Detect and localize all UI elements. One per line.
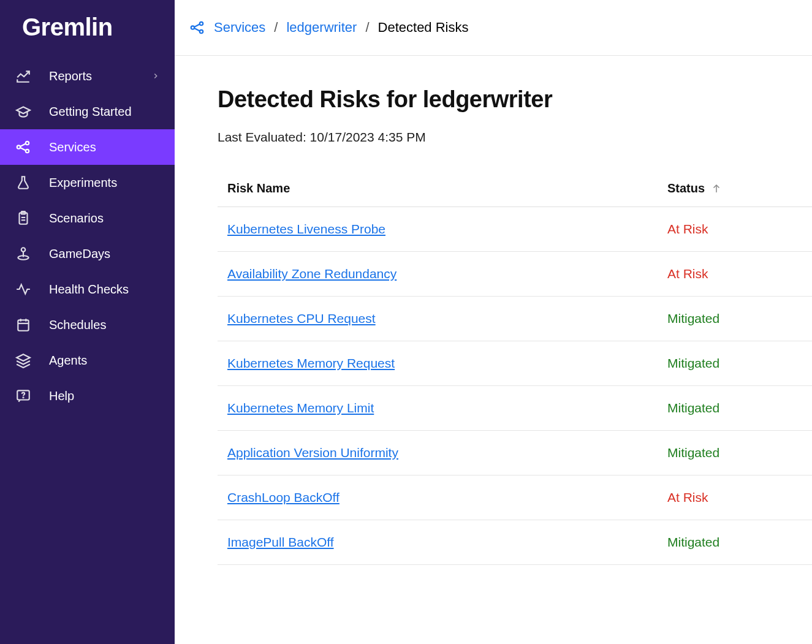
column-header-status-label: Status xyxy=(667,181,705,195)
table-row: Kubernetes Memory RequestMitigated xyxy=(218,341,812,386)
breadcrumb-separator: / xyxy=(365,20,369,36)
sidebar-item-label: Getting Started xyxy=(49,105,132,119)
page-title: Detected Risks for ledgerwriter xyxy=(218,86,812,113)
table-row: Availability Zone RedundancyAt Risk xyxy=(218,252,812,297)
last-evaluated: Last Evaluated: 10/17/2023 4:35 PM xyxy=(218,130,812,145)
sidebar-item-label: Help xyxy=(49,389,74,403)
joystick-icon xyxy=(15,245,32,262)
sidebar-item-label: Health Checks xyxy=(49,282,129,297)
risk-name-cell: Kubernetes CPU Request xyxy=(227,311,667,326)
risk-link[interactable]: ImagePull BackOff xyxy=(227,535,334,549)
status-badge: Mitigated xyxy=(667,535,802,550)
help-icon xyxy=(15,387,32,404)
network-icon xyxy=(189,20,205,36)
svg-line-22 xyxy=(194,25,200,27)
status-badge: Mitigated xyxy=(667,356,802,371)
table-header: Risk Name Status xyxy=(218,170,812,207)
column-header-name[interactable]: Risk Name xyxy=(227,181,667,195)
table-row: Kubernetes Memory LimitMitigated xyxy=(218,386,812,431)
status-badge: At Risk xyxy=(667,490,802,505)
sidebar-item-label: GameDays xyxy=(49,247,110,261)
sidebar-item-label: Schedules xyxy=(49,318,106,332)
content-area: Detected Risks for ledgerwriter Last Eva… xyxy=(175,56,812,565)
sidebar-item-scenarios[interactable]: Scenarios xyxy=(0,200,175,236)
status-badge: Mitigated xyxy=(667,311,802,326)
svg-line-4 xyxy=(20,148,26,150)
svg-line-23 xyxy=(194,28,200,31)
sidebar-item-label: Agents xyxy=(49,354,87,368)
risk-link[interactable]: Kubernetes Liveness Probe xyxy=(227,222,385,236)
svg-rect-12 xyxy=(18,320,28,330)
sidebar-item-health-checks[interactable]: Health Checks xyxy=(0,271,175,307)
table-row: ImagePull BackOffMitigated xyxy=(218,520,812,565)
column-header-status[interactable]: Status xyxy=(667,181,802,195)
flask-icon xyxy=(15,174,32,191)
svg-marker-16 xyxy=(17,354,30,361)
svg-point-18 xyxy=(23,397,23,398)
svg-point-1 xyxy=(26,142,29,145)
sidebar-item-label: Scenarios xyxy=(49,211,104,225)
sidebar-item-schedules[interactable]: Schedules xyxy=(0,307,175,343)
status-badge: At Risk xyxy=(667,222,802,237)
sidebar-item-help[interactable]: Help xyxy=(0,378,175,414)
status-badge: Mitigated xyxy=(667,401,802,415)
sidebar-item-label: Reports xyxy=(49,69,92,83)
status-badge: Mitigated xyxy=(667,445,802,460)
sidebar-item-gamedays[interactable]: GameDays xyxy=(0,236,175,271)
risk-name-cell: Application Version Uniformity xyxy=(227,445,667,460)
sidebar-item-getting-started[interactable]: Getting Started xyxy=(0,94,175,129)
chevron-right-icon xyxy=(151,69,160,83)
table-row: Kubernetes Liveness ProbeAt Risk xyxy=(218,207,812,252)
sidebar-item-agents[interactable]: Agents xyxy=(0,343,175,378)
status-badge: At Risk xyxy=(667,267,802,281)
table-body: Kubernetes Liveness ProbeAt RiskAvailabi… xyxy=(218,207,812,565)
breadcrumb-separator: / xyxy=(274,20,278,36)
risk-link[interactable]: Kubernetes Memory Limit xyxy=(227,401,374,415)
network-icon xyxy=(15,138,32,156)
sort-arrow-up-icon xyxy=(711,183,722,194)
nav-list: ReportsGetting StartedServicesExperiment… xyxy=(0,58,175,414)
svg-point-19 xyxy=(191,26,194,29)
breadcrumb-services[interactable]: Services xyxy=(214,20,265,36)
risk-name-cell: Availability Zone Redundancy xyxy=(227,267,667,281)
logo: Gremlin xyxy=(0,13,175,58)
sidebar-item-reports[interactable]: Reports xyxy=(0,58,175,94)
layers-icon xyxy=(15,352,32,369)
chart-line-icon xyxy=(15,67,32,85)
risk-link[interactable]: CrashLoop BackOff xyxy=(227,490,340,504)
table-row: Kubernetes CPU RequestMitigated xyxy=(218,297,812,341)
risk-link[interactable]: Kubernetes Memory Request xyxy=(227,356,395,370)
main-content: Services / ledgerwriter / Detected Risks… xyxy=(175,0,812,644)
clipboard-icon xyxy=(15,210,32,227)
breadcrumb-service[interactable]: ledgerwriter xyxy=(286,20,357,36)
breadcrumb: Services / ledgerwriter / Detected Risks xyxy=(175,0,812,56)
table-row: CrashLoop BackOffAt Risk xyxy=(218,475,812,520)
sidebar-item-label: Services xyxy=(49,140,96,154)
sidebar-item-label: Experiments xyxy=(49,176,117,190)
svg-point-0 xyxy=(17,145,20,148)
risks-table: Risk Name Status Kubernetes Liveness Pro… xyxy=(218,170,812,565)
calendar-icon xyxy=(15,316,32,333)
risk-link[interactable]: Kubernetes CPU Request xyxy=(227,311,376,325)
risk-link[interactable]: Availability Zone Redundancy xyxy=(227,267,397,281)
risk-name-cell: Kubernetes Memory Limit xyxy=(227,401,667,415)
risk-name-cell: Kubernetes Memory Request xyxy=(227,356,667,371)
sidebar-item-services[interactable]: Services xyxy=(0,129,175,165)
graduation-cap-icon xyxy=(15,103,32,120)
svg-point-9 xyxy=(21,248,26,252)
svg-point-2 xyxy=(26,150,29,153)
risk-link[interactable]: Application Version Uniformity xyxy=(227,445,398,460)
svg-point-11 xyxy=(18,256,28,260)
svg-point-21 xyxy=(200,30,203,33)
table-row: Application Version UniformityMitigated xyxy=(218,431,812,475)
sidebar-item-experiments[interactable]: Experiments xyxy=(0,165,175,200)
breadcrumb-current: Detected Risks xyxy=(378,20,469,36)
risk-name-cell: Kubernetes Liveness Probe xyxy=(227,222,667,237)
pulse-icon xyxy=(15,281,32,298)
svg-point-20 xyxy=(200,22,203,25)
risk-name-cell: CrashLoop BackOff xyxy=(227,490,667,505)
svg-line-3 xyxy=(20,144,26,146)
sidebar: Gremlin ReportsGetting StartedServicesEx… xyxy=(0,0,175,644)
risk-name-cell: ImagePull BackOff xyxy=(227,535,667,550)
